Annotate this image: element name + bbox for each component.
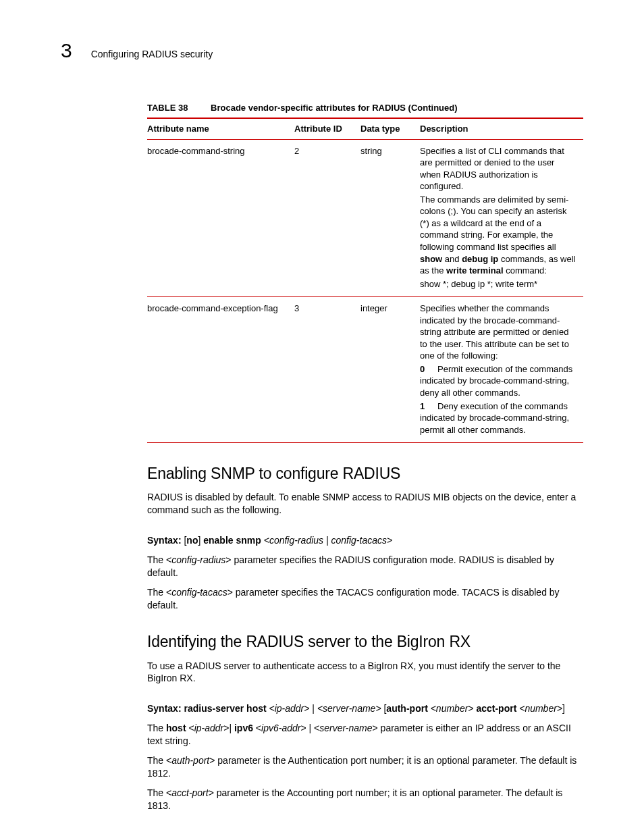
body-para: The <acct-port> parameter is the Account… bbox=[147, 787, 583, 812]
syntax-block: Syntax: radius-server host <ip-addr> | <… bbox=[147, 702, 583, 812]
desc-para: indicated by brocade-command-string, per… bbox=[420, 412, 578, 436]
col-header-name: Attribute name bbox=[147, 118, 294, 139]
col-header-type: Data type bbox=[360, 118, 420, 139]
body-para: To use a RADIUS server to authenticate a… bbox=[147, 660, 583, 685]
desc-option: 0 Permit execution of the commands bbox=[420, 363, 578, 375]
body-para: The host <ip-addr>| ipv6 <ipv6-addr> | <… bbox=[147, 722, 583, 748]
table-caption-text: Brocade vendor-specific attributes for R… bbox=[211, 103, 457, 113]
body-para: The <auth-port> parameter is the Authent… bbox=[147, 754, 583, 780]
syntax-line: Syntax: [no] enable snmp <config-radius … bbox=[147, 534, 583, 547]
col-header-id: Attribute ID bbox=[294, 118, 360, 139]
desc-para: indicated by brocade-command-string, den… bbox=[420, 375, 578, 398]
desc-para: Specifies a list of CLI commands that ar… bbox=[420, 145, 578, 192]
col-header-desc: Description bbox=[420, 118, 583, 139]
cell-attr-desc: Specifies whether the commands indicated… bbox=[420, 297, 583, 443]
cell-attr-id: 3 bbox=[294, 297, 360, 443]
table-row: brocade-command-exception-flag 3 integer… bbox=[147, 297, 583, 443]
cell-attr-name: brocade-command-exception-flag bbox=[147, 297, 294, 443]
desc-para: Specifies whether the commands indicated… bbox=[420, 303, 578, 362]
cell-attr-type: string bbox=[360, 139, 420, 297]
page: 3 Configuring RADIUS security TABLE 38 B… bbox=[0, 0, 644, 834]
syntax-block: Syntax: [no] enable snmp <config-radius … bbox=[147, 534, 583, 611]
chapter-number: 3 bbox=[61, 37, 72, 65]
running-header: 3 Configuring RADIUS security bbox=[61, 37, 583, 65]
content-area: TABLE 38 Brocade vendor-specific attribu… bbox=[147, 102, 583, 812]
option-text: Deny execution of the commands bbox=[437, 400, 578, 413]
section-heading: Enabling SNMP to configure RADIUS bbox=[147, 463, 583, 484]
option-number: 1 bbox=[420, 400, 428, 413]
table-header-row: Attribute name Attribute ID Data type De… bbox=[147, 118, 583, 139]
option-number: 0 bbox=[420, 363, 428, 375]
attributes-table: Attribute name Attribute ID Data type De… bbox=[147, 118, 583, 443]
table-caption: TABLE 38 Brocade vendor-specific attribu… bbox=[147, 102, 583, 114]
running-title: Configuring RADIUS security bbox=[91, 48, 213, 61]
table-label: TABLE 38 bbox=[147, 103, 188, 113]
desc-para: show *; debug ip *; write term* bbox=[420, 278, 578, 290]
syntax-line: Syntax: radius-server host <ip-addr> | <… bbox=[147, 702, 583, 715]
cell-attr-name: brocade-command-string bbox=[147, 139, 294, 297]
body-para: RADIUS is disabled by default. To enable… bbox=[147, 491, 583, 517]
table-row: brocade-command-string 2 string Specifie… bbox=[147, 139, 583, 297]
section-heading: Identifying the RADIUS server to the Big… bbox=[147, 631, 583, 652]
option-text: Permit execution of the commands bbox=[437, 363, 578, 375]
body-para: The <config-tacacs> parameter specifies … bbox=[147, 586, 583, 612]
body-para: The <config-radius> parameter specifies … bbox=[147, 554, 583, 579]
desc-option: 1 Deny execution of the commands bbox=[420, 400, 578, 413]
cell-attr-desc: Specifies a list of CLI commands that ar… bbox=[420, 139, 583, 297]
cell-attr-id: 2 bbox=[294, 139, 360, 297]
cell-attr-type: integer bbox=[360, 297, 420, 443]
desc-para: The commands are delimited by semi-colon… bbox=[420, 194, 578, 277]
